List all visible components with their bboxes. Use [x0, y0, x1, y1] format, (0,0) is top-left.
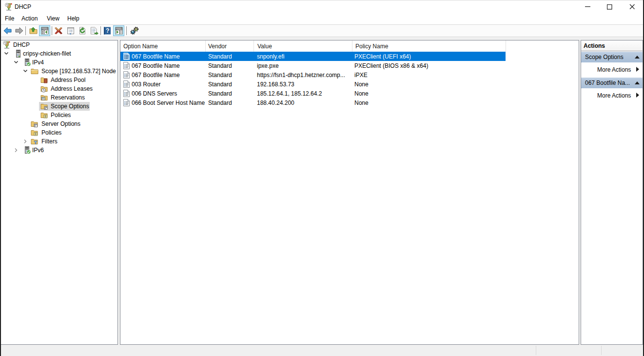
- svg-text:?: ?: [106, 27, 109, 34]
